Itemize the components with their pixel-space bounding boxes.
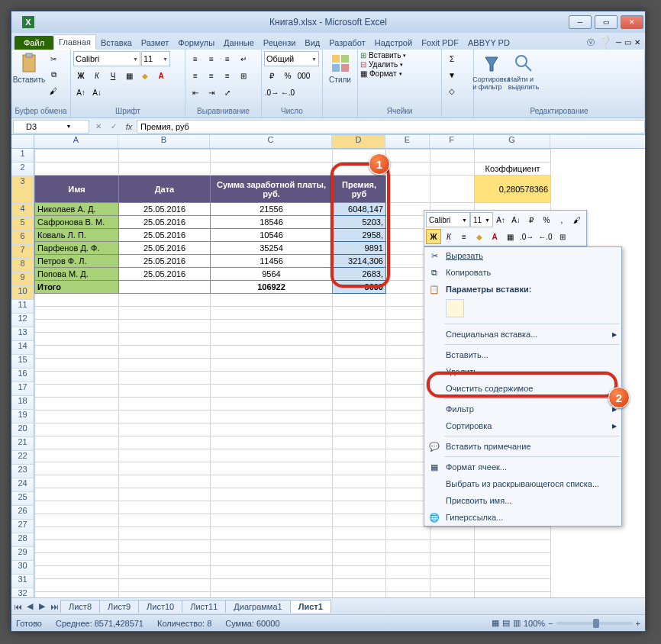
column-header[interactable]: G (474, 135, 550, 148)
cell[interactable] (211, 307, 333, 320)
cell[interactable] (211, 488, 333, 501)
cell[interactable] (386, 527, 430, 540)
cell[interactable] (333, 411, 386, 423)
cell[interactable] (119, 501, 211, 514)
row-header[interactable]: 31 (11, 575, 34, 588)
cell[interactable] (119, 514, 211, 527)
row-header[interactable]: 24 (11, 478, 34, 492)
cell[interactable]: 9564 (211, 268, 333, 281)
ctx-insert[interactable]: Вставить... (424, 346, 621, 363)
cell[interactable] (35, 540, 119, 553)
mdi-close-icon[interactable]: ✕ (634, 38, 640, 47)
column-header[interactable]: B (118, 135, 210, 148)
row-header[interactable]: 21 (11, 437, 34, 451)
cell[interactable] (35, 553, 119, 566)
cell[interactable] (35, 462, 119, 475)
cell[interactable] (333, 320, 386, 333)
percent-icon[interactable]: % (280, 68, 295, 83)
sheet-nav-prev-icon[interactable]: ◀ (24, 601, 36, 611)
align-left-icon[interactable]: ≡ (188, 68, 203, 83)
cell[interactable] (386, 175, 430, 203)
sheet-tab[interactable]: Лист11 (182, 600, 226, 613)
cell[interactable] (119, 320, 211, 333)
cell[interactable] (35, 411, 119, 423)
view-break-icon[interactable]: ▥ (513, 618, 521, 628)
underline-button[interactable]: Ч (105, 68, 121, 83)
ctx-paste-special[interactable]: Специальная вставка...▶ (424, 326, 621, 343)
row-header[interactable]: 14 (11, 341, 34, 355)
styles-button[interactable]: Стили (325, 51, 355, 98)
ribbon-tab[interactable]: Рецензи (259, 36, 301, 50)
cell[interactable] (35, 592, 119, 598)
cell[interactable] (333, 449, 386, 462)
row-header[interactable]: 29 (11, 547, 34, 561)
row-header[interactable]: 7 (11, 245, 34, 259)
mini-format-painter-icon[interactable]: 🖌 (569, 212, 585, 227)
row-header[interactable]: 5 (11, 217, 34, 231)
cell[interactable] (475, 592, 551, 598)
ctx-hyperlink[interactable]: 🌐Гиперссылка... (424, 509, 621, 526)
cell[interactable] (386, 566, 430, 579)
cell[interactable]: 106922 (211, 281, 333, 294)
cell[interactable] (35, 514, 119, 527)
cell[interactable] (211, 566, 333, 579)
row-header[interactable]: 16 (11, 369, 34, 382)
cell[interactable] (475, 579, 551, 592)
row-header[interactable]: 20 (11, 423, 34, 437)
sheet-tab[interactable]: Лист1 (290, 600, 331, 613)
cell[interactable] (211, 501, 333, 514)
comma-icon[interactable]: 000 (296, 68, 311, 83)
ctx-filter[interactable]: Фильтр▶ (424, 401, 621, 417)
cell[interactable] (119, 359, 211, 372)
cell[interactable]: 25.05.2016 (119, 229, 211, 242)
mini-font-combo[interactable]: Calibri▼ (426, 212, 470, 227)
cell[interactable] (430, 592, 475, 598)
cell[interactable] (386, 150, 430, 163)
dec-decimal-icon[interactable]: ←.0 (280, 85, 295, 100)
cell[interactable] (119, 592, 211, 598)
align-center-icon[interactable]: ≡ (204, 68, 219, 83)
cell[interactable] (211, 423, 333, 436)
cell[interactable] (119, 579, 211, 592)
formula-bar[interactable]: Премия, руб (137, 120, 645, 134)
mini-percent-icon[interactable]: % (539, 212, 554, 227)
cell[interactable] (119, 423, 211, 436)
cell[interactable] (35, 346, 119, 359)
row-header[interactable]: 19 (11, 410, 34, 423)
cell[interactable]: Премия, руб (333, 175, 386, 203)
sheet-tab[interactable]: Лист9 (99, 600, 139, 613)
font-name-combo[interactable]: Calibri▼ (73, 51, 140, 66)
cell[interactable] (430, 540, 475, 553)
column-header[interactable]: C (210, 135, 332, 148)
cell[interactable] (119, 294, 211, 307)
zoom-slider[interactable] (556, 622, 633, 625)
cells-insert-button[interactable]: ⊞Вставить ▾ (360, 51, 406, 60)
cell[interactable] (35, 449, 119, 462)
inc-decimal-icon[interactable]: .0→ (264, 85, 279, 100)
indent-inc-icon[interactable]: ⇥ (204, 85, 219, 100)
cell[interactable] (35, 566, 119, 579)
cell[interactable]: 25.05.2016 (119, 255, 211, 268)
align-bottom-icon[interactable]: ≡ (220, 51, 235, 66)
sheet-nav-first-icon[interactable]: ⏮ (11, 602, 24, 611)
cell[interactable]: 5203, (333, 216, 386, 229)
cell[interactable] (475, 553, 551, 566)
cell[interactable] (333, 333, 386, 346)
cell[interactable] (333, 423, 386, 436)
minimize-button[interactable]: ─ (569, 15, 592, 29)
cell[interactable]: Коваль Л. П. (35, 229, 119, 242)
row-header[interactable]: 2 (11, 163, 34, 176)
cell[interactable] (386, 553, 430, 566)
ribbon-tab[interactable]: Формулы (173, 36, 219, 50)
cell[interactable]: Сафронова В. М. (35, 216, 119, 229)
cell[interactable]: 25.05.2016 (119, 203, 211, 216)
autosum-icon[interactable]: Σ (444, 51, 459, 66)
mini-size-combo[interactable]: 11▼ (470, 212, 493, 227)
cell[interactable] (35, 294, 119, 307)
row-header[interactable]: 1 (11, 149, 34, 163)
mini-inc-dec-icon[interactable]: .0→ (518, 229, 536, 244)
cell[interactable] (475, 527, 551, 540)
cell[interactable] (211, 359, 333, 372)
cell[interactable] (333, 307, 386, 320)
row-header[interactable]: 26 (11, 506, 34, 520)
